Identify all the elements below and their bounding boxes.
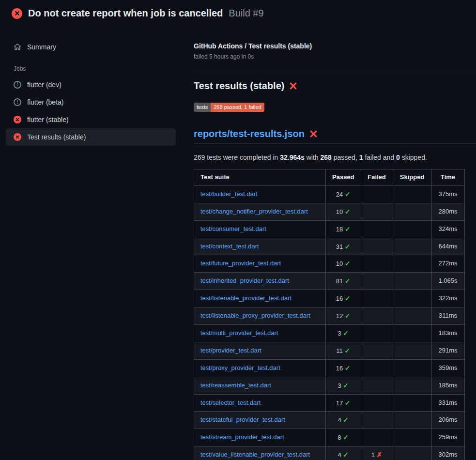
x-icon [15,135,19,139]
skipped-cell [393,273,431,290]
suite-cell: test/reassemble_test.dart [194,377,326,394]
suite-cell: test/value_listenable_provider_test.dart [194,446,326,460]
badge-value: 268 passed, 1 failed [211,103,264,112]
suite-link[interactable]: test/selector_test.dart [200,399,261,406]
suite-cell: test/proxy_provider_test.dart [194,359,326,377]
time-cell: 324ms [431,220,464,238]
test-results-table-body: test/builder_test.dart24 ✓375mstest/chan… [194,185,465,460]
failed-cell [361,255,393,273]
col-header-skipped: Skipped [393,169,431,186]
failed-cell [361,359,393,377]
passed-cell: 8 ✓ [326,429,361,446]
sidebar: Summary Jobs ! flutter (dev) ! flutter (… [0,26,182,146]
skipped-cell [393,220,431,238]
passed-cell: 11 ✓ [326,342,361,359]
check-icon: ✓ [343,451,349,459]
passed-count: 10 [336,260,345,267]
skipped-cell [393,377,431,394]
suite-link[interactable]: test/context_test.dart [200,243,259,250]
cancelled-status-icon: ! [14,98,21,106]
table-row: test/listenable_proxy_provider_test.dart… [194,307,465,325]
divider [194,70,476,70]
suite-link[interactable]: test/provider_test.dart [200,347,261,354]
time-cell: 644ms [431,238,464,255]
suite-cell: test/future_provider_test.dart [194,255,326,273]
report-link[interactable]: reports/test-results.json [194,128,305,139]
suite-link[interactable]: test/consumer_test.dart [200,225,266,232]
sidebar-item-label: flutter (stable) [27,116,69,123]
col-header-time: Time [431,169,464,186]
skipped-cell [393,412,431,429]
sidebar-item-label: Test results (stable) [27,133,86,141]
check-icon: ✓ [344,347,350,354]
x-icon [15,118,19,122]
summary-suffix: skipped. [400,153,427,161]
suite-cell: test/listenable_proxy_provider_test.dart [194,307,326,325]
passed-count: 4 [338,416,343,424]
time-cell: 1.065s [431,273,464,290]
suite-link[interactable]: test/stream_provider_test.dart [200,433,284,441]
time-cell: 185ms [431,377,464,394]
passed-count: 81 [336,277,345,285]
suite-link[interactable]: test/change_notifier_provider_test.dart [200,208,308,215]
cancelled-status-icon: ! [14,81,21,89]
suite-link[interactable]: test/future_provider_test.dart [200,260,281,267]
summary-failed-count: 1 [359,153,363,161]
summary-passed-count: 268 [321,153,332,161]
check-icon: ✓ [343,329,349,337]
suite-cell: test/provider_test.dart [194,342,326,359]
check-icon: ✓ [343,416,349,424]
sidebar-item-test-results-stable[interactable]: Test results (stable) [6,128,176,146]
check-icon: ✓ [345,208,351,215]
col-header-test-suite: Test suite [194,169,326,186]
time-cell: 291ms [431,342,464,359]
sidebar-item-flutter-stable[interactable]: flutter (stable) [6,111,176,128]
table-row: test/consumer_test.dart18 ✓324ms [194,220,465,238]
failed-cell [361,429,393,446]
sidebar-item-label: Summary [27,43,56,51]
check-icon: ✓ [343,433,349,441]
tests-badge: tests 268 passed, 1 failed [194,103,264,112]
table-row: test/reassemble_test.dart3 ✓185ms [194,377,465,394]
jobs-section-label: Jobs [6,56,176,76]
table-row: test/change_notifier_provider_test.dart1… [194,203,465,220]
time-cell: 272ms [431,255,464,273]
failed-cell [361,307,393,325]
suite-link[interactable]: test/reassemble_test.dart [200,382,271,389]
skipped-cell [393,359,431,377]
suite-link[interactable]: test/multi_provider_test.dart [200,329,278,337]
suite-link[interactable]: test/builder_test.dart [200,190,258,198]
failed-cell [361,185,393,203]
badge-label: tests [194,103,211,112]
time-cell: 259ms [431,429,464,446]
summary-duration: 32.964s [280,153,305,161]
suite-link[interactable]: test/proxy_provider_test.dart [200,364,280,371]
suite-link[interactable]: test/listenable_proxy_provider_test.dart [200,312,310,319]
sidebar-item-flutter-beta[interactable]: ! flutter (beta) [6,93,176,111]
failed-cell [361,273,393,290]
suite-link[interactable]: test/value_listenable_provider_test.dart [200,451,310,458]
failed-cell [361,394,393,412]
failed-cell [361,377,393,394]
summary-mid: failed and [363,153,397,161]
sidebar-item-summary[interactable]: Summary [6,38,176,56]
time-cell: 206ms [431,412,464,429]
suite-link[interactable]: test/stateful_provider_test.dart [200,416,285,423]
sidebar-item-flutter-dev[interactable]: ! flutter (dev) [6,76,176,93]
home-icon [14,43,21,51]
sidebar-item-label: flutter (dev) [27,81,61,89]
skipped-cell [393,394,431,412]
passed-cell: 4 ✓ [326,446,361,460]
failed-cell [361,220,393,238]
passed-count: 31 [336,243,345,250]
passed-count: 4 [338,451,343,459]
table-row: test/stateful_provider_test.dart4 ✓206ms [194,412,465,429]
table-row: test/provider_test.dart11 ✓291ms [194,342,465,359]
cross-icon: ✗ [377,451,383,459]
suite-link[interactable]: test/inherited_provider_test.dart [200,277,289,284]
failed-cell [361,325,393,342]
check-run-title: Test results (stable) [194,80,476,92]
suite-link[interactable]: test/listenable_provider_test.dart [200,294,292,302]
suite-cell: test/stream_provider_test.dart [194,429,326,446]
failed-status-icon [14,133,21,141]
